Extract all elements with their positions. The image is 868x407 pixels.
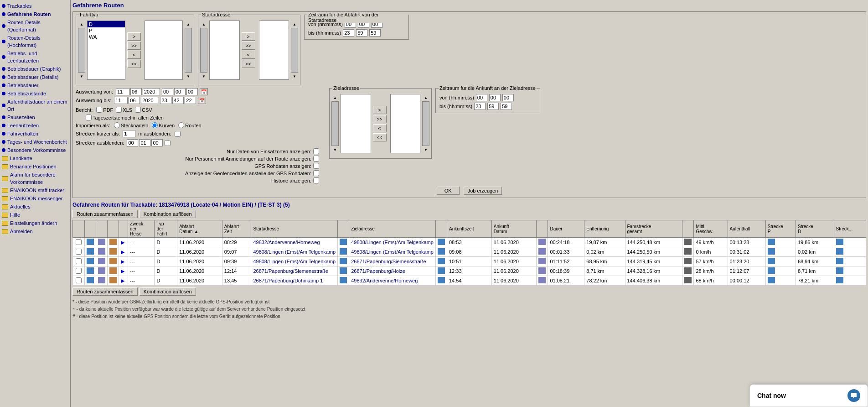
sidebar-item-landkarte[interactable]: Landkarte bbox=[1, 154, 69, 162]
ziel-scroll-down[interactable]: ▼ bbox=[331, 146, 339, 153]
bis-month-input[interactable] bbox=[129, 97, 140, 104]
historie-checkbox[interactable] bbox=[313, 177, 319, 183]
row-edit-icon[interactable] bbox=[109, 248, 117, 255]
sidebar-item-aufenthaltsdauer[interactable]: Aufenthaltsdauer an einem Ort bbox=[1, 98, 69, 113]
row-zieladresse[interactable]: 49832/Andervenne/Horneweg bbox=[349, 276, 436, 286]
row-ziel-map[interactable] bbox=[435, 257, 447, 266]
strecke-p-icon[interactable] bbox=[768, 267, 775, 274]
start-scroll-down2[interactable]: ▼ bbox=[291, 73, 298, 80]
row-map-icon[interactable] bbox=[87, 248, 94, 255]
sidebar-item-hilfe[interactable]: Hilfe bbox=[1, 211, 69, 219]
sidebar-item-betriebszustaende[interactable]: Betriebszustände bbox=[1, 89, 69, 98]
row-detail-icon[interactable] bbox=[98, 248, 105, 255]
str-h-input[interactable] bbox=[127, 139, 138, 146]
tageszeitstempel-checkbox[interactable] bbox=[86, 115, 92, 120]
fahrttyp-item-wa[interactable]: WA bbox=[88, 34, 125, 40]
ankunft-von-h[interactable] bbox=[476, 94, 487, 101]
th-dauer[interactable]: Dauer bbox=[548, 220, 584, 238]
row-checkbox[interactable] bbox=[76, 239, 82, 245]
sidebar-item-alarm-vorkommnisse[interactable]: Alarm für besondere Vorkommnisse bbox=[1, 171, 69, 186]
row-map-icon[interactable] bbox=[87, 267, 94, 274]
row-checkbox-cell[interactable] bbox=[73, 247, 85, 257]
zieladresse-list-left[interactable] bbox=[341, 94, 371, 153]
fahrttyp-move-all-right[interactable]: >> bbox=[127, 42, 141, 50]
kurven-radio[interactable] bbox=[152, 122, 158, 128]
row-ziel-map[interactable] bbox=[435, 276, 447, 286]
startadresse-link[interactable]: 49832/Andervenne/Horneweg bbox=[253, 240, 320, 245]
nur-personen-checkbox[interactable] bbox=[313, 156, 319, 162]
m-ausblenden-checkbox[interactable] bbox=[175, 131, 181, 137]
chat-button[interactable]: Chat now bbox=[749, 384, 868, 407]
fahrttyp-move-right[interactable]: > bbox=[127, 32, 141, 41]
start-scroll-up2[interactable]: ▲ bbox=[291, 21, 298, 28]
row-info-icon[interactable]: ▶ bbox=[121, 240, 124, 245]
fahrstrecke-icon[interactable] bbox=[684, 267, 692, 274]
sidebar-item-benannte-positionen[interactable]: Benannte Positionen bbox=[1, 162, 69, 171]
ziel-map-icon[interactable] bbox=[438, 258, 445, 264]
ziel-scroll-down2[interactable]: ▼ bbox=[422, 146, 429, 153]
th-ankunftszeit[interactable]: Ankunftszeit bbox=[447, 220, 491, 238]
th-geschw[interactable]: Mittl.Geschw. bbox=[694, 220, 728, 238]
von-calendar-icon[interactable]: 📅 bbox=[200, 88, 208, 95]
sidebar-item-routen-details-hoch[interactable]: Routen-Details (Hochformat) bbox=[1, 34, 69, 49]
start-scroll-up[interactable]: ▲ bbox=[200, 21, 207, 28]
kombination-auflosen-btn[interactable]: Kombination auflösen bbox=[140, 210, 196, 218]
ankunft-bis-m[interactable] bbox=[487, 103, 499, 110]
sidebar-item-trackables[interactable]: Trackables bbox=[1, 2, 69, 10]
strecke-p-icon[interactable] bbox=[768, 258, 775, 264]
startadresse-link[interactable]: 26871/Papenburg/Dohnkamp 1 bbox=[253, 278, 323, 283]
pdf-checkbox[interactable] bbox=[96, 107, 102, 113]
ankunft-von-m[interactable] bbox=[489, 94, 501, 101]
von-year-input[interactable] bbox=[143, 88, 160, 95]
row-ziel-map[interactable] bbox=[435, 266, 447, 276]
th-abfahrt-datum[interactable]: AbfahrtDatum ▲ bbox=[177, 220, 222, 238]
start-map-icon[interactable] bbox=[340, 239, 347, 245]
bis-s-input[interactable] bbox=[185, 97, 196, 104]
ankunft-icon[interactable] bbox=[538, 267, 546, 274]
fahrstrecke-icon[interactable] bbox=[684, 258, 692, 264]
zieladresse-link[interactable]: 26871/Papenburg/Holze bbox=[351, 268, 405, 274]
sidebar-item-fahrverhalten[interactable]: Fahrverhalten bbox=[1, 130, 69, 138]
th-entfernung[interactable]: Entfernung bbox=[584, 220, 625, 238]
row-info-icon[interactable]: ▶ bbox=[121, 268, 124, 274]
row-info-icon[interactable]: ▶ bbox=[121, 259, 124, 264]
th-zweck[interactable]: ZweckderReise bbox=[128, 220, 155, 238]
routen-zusammenfassen-btn[interactable]: Routen zusammenfassen bbox=[72, 210, 138, 218]
row-map-icon[interactable] bbox=[87, 258, 94, 264]
sidebar-item-aktuelles[interactable]: Aktuelles bbox=[1, 203, 69, 211]
nur-daten-checkbox[interactable] bbox=[313, 148, 319, 154]
job-erzeugen-button[interactable]: Job erzeugen bbox=[464, 187, 502, 195]
row-info-icon[interactable]: ▶ bbox=[121, 249, 124, 255]
th-strecke-p[interactable]: StreckeP bbox=[765, 220, 796, 238]
th-startadresse[interactable]: Startadresse bbox=[251, 220, 338, 238]
ankunft-icon[interactable] bbox=[538, 258, 546, 264]
von-m-input[interactable] bbox=[174, 88, 186, 95]
sidebar-item-betriebs-leerlauf[interactable]: Betriebs- und Leerlaufzeiten bbox=[1, 49, 69, 65]
zieladresse-link[interactable]: 49808/Lingen (Ems)/Am Telgenkamp bbox=[351, 240, 434, 245]
ziel-map-icon[interactable] bbox=[438, 267, 445, 274]
zieladresse-link[interactable]: 49808/Lingen (Ems)/Am Telgenkamp bbox=[351, 249, 434, 255]
row-map-icon[interactable] bbox=[87, 239, 94, 245]
row-startadresse[interactable]: 49808/Lingen (Ems)/Am Telgenkamp bbox=[251, 257, 338, 266]
zieladresse-list-right[interactable] bbox=[390, 94, 421, 153]
bis-date-input[interactable] bbox=[114, 97, 128, 104]
xls-checkbox[interactable] bbox=[116, 107, 122, 113]
start-scroll-down[interactable]: ▼ bbox=[200, 73, 207, 80]
von-h-input[interactable] bbox=[162, 88, 173, 95]
start-map-icon[interactable] bbox=[340, 267, 347, 274]
sidebar-item-betriebsdauer-details[interactable]: Betriebsdauer (Details) bbox=[1, 73, 69, 81]
ziel-map-icon[interactable] bbox=[438, 248, 445, 255]
fahrttyp-item-d[interactable]: D bbox=[88, 21, 125, 27]
row-edit-icon[interactable] bbox=[109, 239, 117, 245]
th-typ[interactable]: TypderFahrt bbox=[155, 220, 177, 238]
fahrttyp-scroll-up2[interactable]: ▲ bbox=[185, 21, 192, 28]
stecknadeln-radio[interactable] bbox=[114, 122, 120, 128]
row-startadresse[interactable]: 26871/Papenburg/Siemensstraße bbox=[251, 266, 338, 276]
bis-year-input[interactable] bbox=[141, 97, 158, 104]
start-move-all-left[interactable]: << bbox=[242, 60, 255, 68]
fahrstrecke-icon[interactable] bbox=[684, 248, 692, 255]
strecken-ausblenden-checkbox[interactable] bbox=[165, 140, 170, 146]
streck-icon[interactable] bbox=[836, 277, 843, 283]
sidebar-item-einstellungen[interactable]: Einstellungen ändern bbox=[1, 219, 69, 227]
row-zieladresse[interactable]: 49808/Lingen (Ems)/Am Telgenkamp bbox=[349, 247, 436, 257]
